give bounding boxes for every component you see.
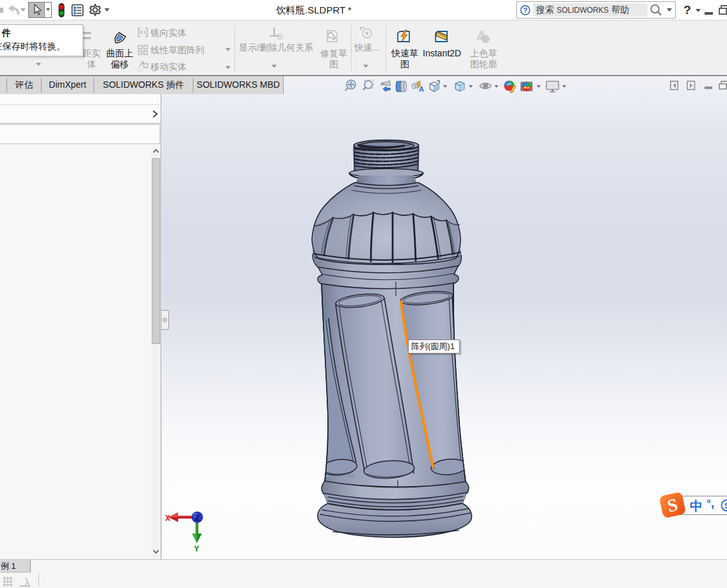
svg-text:X: X — [165, 514, 170, 523]
svg-text:Y: Y — [194, 544, 199, 554]
svg-text:S: S — [724, 501, 727, 510]
svg-text:?: ? — [523, 6, 528, 14]
svg-text:Z: Z — [195, 514, 200, 523]
